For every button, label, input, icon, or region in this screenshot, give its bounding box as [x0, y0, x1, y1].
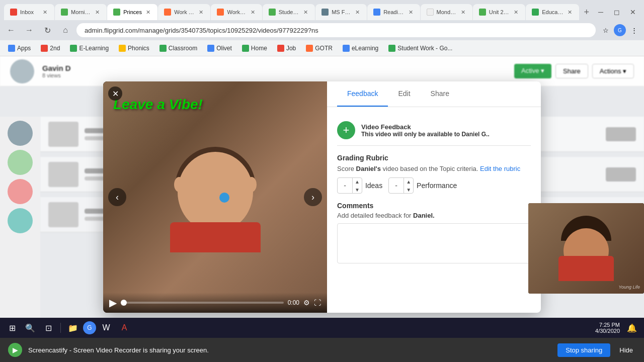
tab-close-student[interactable]: ✕: [302, 8, 309, 17]
add-video-feedback-icon[interactable]: +: [337, 121, 355, 139]
video-prev-button[interactable]: ‹: [108, 188, 126, 206]
tab-student[interactable]: Studen... ✕: [263, 4, 315, 20]
tab-princes[interactable]: Princes ✕: [107, 4, 157, 20]
hide-button[interactable]: Hide: [616, 343, 636, 357]
tab-close-princes[interactable]: ✕: [145, 8, 151, 17]
fullscreen-icon[interactable]: ⛶: [314, 299, 321, 307]
tab-close-monday[interactable]: ✕: [460, 8, 466, 17]
tab-close-workfr2[interactable]: ✕: [250, 8, 256, 17]
bookmark-icon-phonics: [119, 45, 126, 52]
refresh-button[interactable]: ↻: [40, 23, 54, 37]
tab-feedback[interactable]: Feedback: [337, 81, 388, 107]
video-feedback-section: + Video Feedback This video will only be…: [337, 115, 531, 146]
tab-reading[interactable]: Readin... ✕: [367, 4, 420, 20]
restore-button[interactable]: ◻: [610, 7, 624, 17]
webcam-overlay: Young Life: [528, 203, 644, 294]
taskbar: ⊞ 🔍 ⊡ 📁 G W A 7:25 PM 4/30/2020 🔔: [0, 318, 644, 338]
bookmark-label-phonics: Phonics: [128, 45, 149, 52]
word-button[interactable]: W: [98, 320, 114, 336]
progress-bar[interactable]: [121, 302, 284, 304]
gr-value-performance: -: [389, 178, 404, 193]
tab-close-workfr1[interactable]: ✕: [198, 8, 204, 17]
feedback-tabs: Feedback Edit Share: [327, 81, 541, 107]
bookmark-elearning[interactable]: E-Learning: [66, 44, 113, 53]
bookmark-star-icon[interactable]: ☆: [600, 24, 612, 36]
url-bar[interactable]: admin.flipgrid.com/manage/grids/3540735/…: [76, 23, 596, 37]
minimize-button[interactable]: ─: [594, 7, 608, 17]
extensions-icon[interactable]: ⋮: [628, 24, 640, 36]
tab-msfri[interactable]: MS Fri... ✕: [315, 4, 367, 20]
date-text: 4/30/2020: [595, 328, 620, 334]
tab-favicon-reading: [373, 9, 380, 16]
tab-edit[interactable]: Edit: [388, 81, 420, 107]
bookmark-elearning2[interactable]: eLearning: [339, 44, 382, 53]
bookmark-gotr[interactable]: GOTR: [302, 44, 337, 53]
bookmark-classroom[interactable]: Classroom: [155, 44, 201, 53]
notification-center-button[interactable]: 🔔: [624, 320, 640, 336]
comments-student: Daniel.: [413, 212, 435, 219]
back-button[interactable]: ←: [4, 23, 18, 37]
gr-spinner-down-performance[interactable]: ▼: [404, 186, 413, 194]
edit-rubric-link[interactable]: Edit the rubric: [480, 165, 520, 172]
tab-inbox[interactable]: Inbox ✕: [4, 4, 54, 20]
new-tab-button[interactable]: +: [580, 5, 593, 20]
tab-morning[interactable]: Mornin... ✕: [55, 4, 107, 20]
forward-button[interactable]: →: [22, 23, 36, 37]
bookmark-phonics[interactable]: Phonics: [115, 44, 153, 53]
gr-spinner-down-ideas[interactable]: ▼: [353, 186, 362, 194]
webcam-logo: Young Life: [618, 285, 640, 290]
tab-share[interactable]: Share: [421, 81, 459, 107]
tab-label-msfri: MS Fri...: [332, 9, 351, 15]
bookmark-apps[interactable]: Apps: [4, 44, 35, 53]
bookmark-label-elearning: E-Learning: [79, 45, 109, 52]
home-button[interactable]: ⌂: [58, 23, 72, 37]
tab-label-student: Studen...: [279, 9, 299, 15]
tab-workfr2[interactable]: Work f... ✕: [211, 4, 262, 20]
tab-close-educati[interactable]: ✕: [567, 8, 573, 17]
gr-spinner-up-ideas[interactable]: ▲: [353, 177, 362, 186]
tab-close-msfri[interactable]: ✕: [354, 8, 361, 17]
bookmark-label-elearning2: eLearning: [352, 45, 378, 52]
gr-input-performance[interactable]: - ▲ ▼: [388, 177, 414, 194]
play-button[interactable]: ▶: [109, 297, 117, 309]
video-modal: ✕: [103, 81, 541, 313]
tab-close-inbox[interactable]: ✕: [42, 8, 48, 17]
modal-close-button[interactable]: ✕: [108, 86, 122, 101]
tab-label-reading: Readin...: [383, 9, 404, 15]
tab-educati[interactable]: Educati... ✕: [526, 4, 579, 20]
bookmark-studentwork[interactable]: Student Work - Go...: [384, 44, 456, 53]
file-explorer-button[interactable]: 📁: [65, 320, 81, 336]
tab-unit22[interactable]: Unit 22... ✕: [473, 4, 525, 20]
video-next-button[interactable]: ›: [304, 188, 322, 206]
bookmark-home[interactable]: Home: [238, 44, 271, 53]
tab-close-reading[interactable]: ✕: [408, 8, 414, 17]
gr-spinners-performance[interactable]: ▲ ▼: [404, 177, 413, 194]
close-button[interactable]: ✕: [626, 7, 640, 17]
bookmark-label-2nd: 2nd: [50, 45, 60, 52]
start-button[interactable]: ⊞: [4, 320, 20, 336]
tab-label-monday: Monda...: [437, 9, 457, 15]
face-ear-left: [174, 177, 184, 192]
tab-close-unit22[interactable]: ✕: [513, 8, 519, 17]
chrome-profile-icon[interactable]: G: [614, 24, 626, 36]
tab-label-princes: Princes: [123, 9, 142, 15]
window-controls: ─ ◻ ✕: [594, 7, 640, 17]
comments-textarea[interactable]: [337, 223, 531, 263]
bookmark-gmail[interactable]: 2nd: [37, 44, 64, 53]
gr-label-ideas: Ideas: [365, 182, 382, 190]
chrome-button[interactable]: G: [83, 321, 96, 334]
gr-value-ideas: -: [338, 178, 353, 193]
bookmark-olivet[interactable]: Olivet: [203, 44, 236, 53]
tab-workfr1[interactable]: Work fr... ✕: [158, 4, 210, 20]
gr-input-ideas[interactable]: - ▲ ▼: [337, 177, 362, 194]
acrobat-button[interactable]: A: [116, 320, 132, 336]
stop-sharing-button[interactable]: Stop sharing: [557, 343, 610, 357]
gr-spinners-ideas[interactable]: ▲ ▼: [353, 177, 362, 194]
tab-close-morning[interactable]: ✕: [94, 8, 101, 17]
tab-monday[interactable]: Monda... ✕: [421, 4, 472, 20]
bookmark-job[interactable]: Job: [273, 44, 300, 53]
settings-icon[interactable]: ⚙: [303, 299, 310, 307]
search-button[interactable]: 🔍: [22, 320, 38, 336]
gr-spinner-up-performance[interactable]: ▲: [404, 177, 413, 186]
task-view-button[interactable]: ⊡: [40, 320, 56, 336]
